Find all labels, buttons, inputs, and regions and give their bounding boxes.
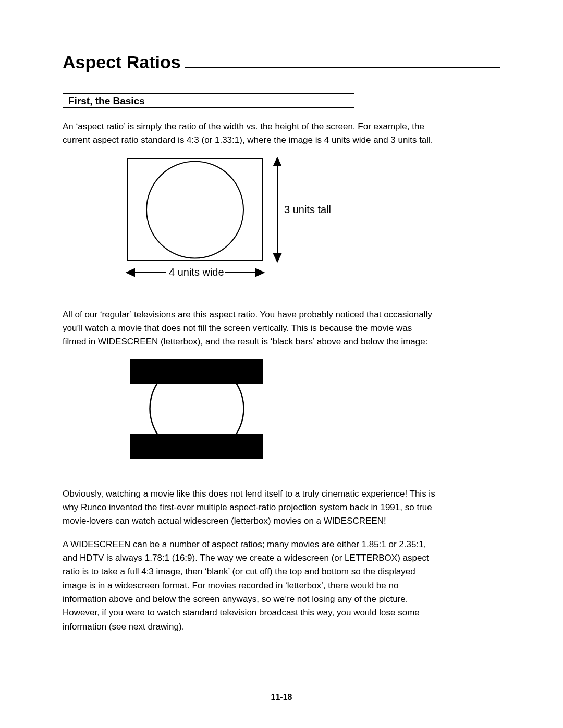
svg-marker-4 — [274, 254, 281, 262]
paragraph-4: A WIDESCREEN can be a number of aspect r… — [63, 538, 438, 634]
paragraph-2: All of our ‘regular’ televisions are thi… — [63, 308, 438, 349]
svg-marker-8 — [256, 269, 264, 276]
diagram-width-label: 4 units wide — [169, 266, 224, 278]
section-heading: First, the Basics — [63, 93, 354, 108]
svg-marker-3 — [274, 158, 281, 166]
page-number: 11-18 — [0, 693, 563, 702]
svg-rect-0 — [127, 159, 263, 261]
svg-marker-6 — [127, 269, 134, 276]
paragraph-1: An ‘aspect ratio’ is simply the ratio of… — [63, 120, 438, 147]
title-rule — [185, 67, 500, 68]
diagram-height-label: 3 units tall — [284, 204, 331, 215]
letterbox-diagram — [130, 359, 263, 459]
page-title: Aspect Ratios — [63, 52, 185, 72]
aspect-ratio-diagram: 3 units tall 4 units wide — [125, 157, 417, 292]
page-title-row: Aspect Ratios — [63, 52, 500, 72]
svg-point-1 — [146, 161, 243, 258]
paragraph-3: Obviously, watching a movie like this do… — [63, 487, 438, 528]
